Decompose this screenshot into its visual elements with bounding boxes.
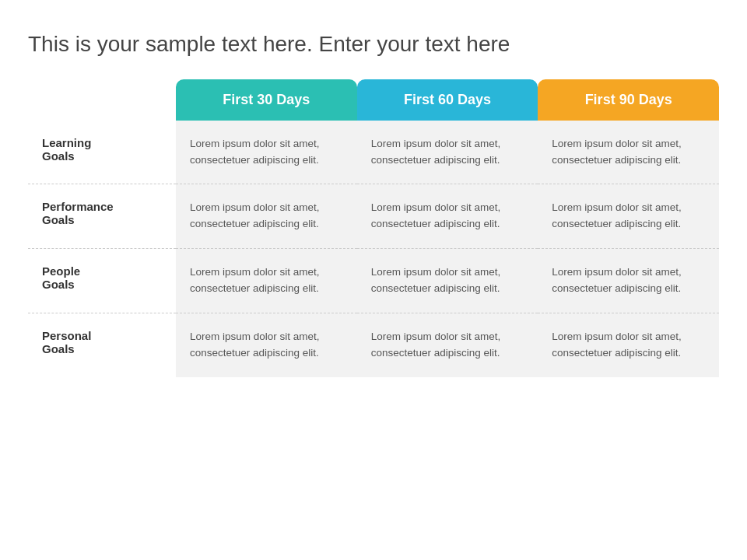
header-60-days: First 60 Days [357,79,538,121]
row-label: PersonalGoals [28,313,176,377]
table-row: PerformanceGoalsLorem ipsum dolor sit am… [28,184,719,249]
header-row: First 30 Days First 60 Days First 90 Day… [28,79,719,121]
row-content-cell: Lorem ipsum dolor sit amet, consectetuer… [357,313,538,377]
row-content-cell: Lorem ipsum dolor sit amet, consectetuer… [357,184,538,249]
row-content-cell: Lorem ipsum dolor sit amet, consectetuer… [538,249,719,313]
row-content-cell: Lorem ipsum dolor sit amet, consectetuer… [176,121,357,185]
table-row: LearningGoalsLorem ipsum dolor sit amet,… [28,121,719,185]
row-content-cell: Lorem ipsum dolor sit amet, consectetuer… [538,313,719,377]
page: This is your sample text here. Enter you… [0,0,747,560]
page-title: This is your sample text here. Enter you… [28,31,719,58]
row-label: PeopleGoals [28,249,176,313]
goals-table: First 30 Days First 60 Days First 90 Day… [28,79,719,377]
row-label: LearningGoals [28,121,176,185]
row-content-cell: Lorem ipsum dolor sit amet, consectetuer… [357,121,538,185]
row-content-cell: Lorem ipsum dolor sit amet, consectetuer… [176,249,357,313]
row-content-cell: Lorem ipsum dolor sit amet, consectetuer… [176,184,357,249]
header-label-cell [28,79,176,121]
table-row: PeopleGoalsLorem ipsum dolor sit amet, c… [28,249,719,313]
table-container: First 30 Days First 60 Days First 90 Day… [28,79,719,537]
row-content-cell: Lorem ipsum dolor sit amet, consectetuer… [538,184,719,249]
header-30-days: First 30 Days [176,79,357,121]
header-90-days: First 90 Days [538,79,719,121]
table-row: PersonalGoalsLorem ipsum dolor sit amet,… [28,313,719,377]
row-content-cell: Lorem ipsum dolor sit amet, consectetuer… [176,313,357,377]
row-content-cell: Lorem ipsum dolor sit amet, consectetuer… [357,249,538,313]
row-label: PerformanceGoals [28,184,176,249]
row-content-cell: Lorem ipsum dolor sit amet, consectetuer… [538,121,719,185]
